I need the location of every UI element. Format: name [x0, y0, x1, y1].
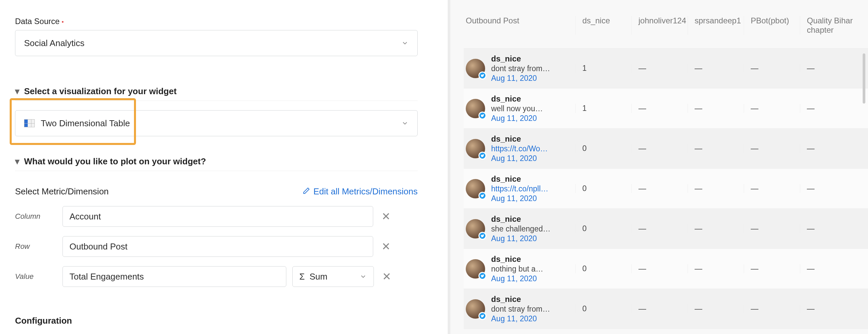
value-cell: — — [800, 224, 856, 233]
table-row[interactable]: ds_niceshe challenged…Aug 11, 20200———— — [464, 209, 868, 249]
post-cell: ds_niceshe challenged…Aug 11, 2020 — [464, 214, 575, 243]
value-cell: 1 — [575, 64, 631, 73]
post-account-name: ds_nice — [491, 174, 548, 184]
avatar[interactable] — [466, 59, 485, 78]
header-col-3[interactable]: sprsandeep1 — [688, 16, 744, 35]
remove-row-button[interactable]: ✕ — [379, 240, 393, 253]
table-row[interactable]: ds_nicewell now you…Aug 11, 20201———— — [464, 89, 868, 129]
post-body-preview: dont stray from… — [491, 305, 550, 313]
row-field-value: Outbound Post — [69, 241, 127, 252]
visualization-value: Two Dimensional Table — [41, 118, 130, 129]
post-account-name: ds_nice — [491, 214, 551, 224]
row-field-input[interactable]: Outbound Post — [62, 236, 373, 257]
post-texts: ds_nicenothing but a…Aug 11, 2020 — [491, 255, 543, 283]
value-cell: 1 — [575, 104, 631, 113]
plot-section-header[interactable]: ▾ What would you like to plot on your wi… — [15, 156, 417, 171]
post-body-preview: nothing but a… — [491, 265, 543, 273]
avatar[interactable] — [466, 99, 485, 118]
post-body-preview: well now you… — [491, 104, 543, 113]
column-field-input[interactable]: Account — [62, 206, 373, 227]
value-cell: — — [744, 224, 800, 233]
post-account-name: ds_nice — [491, 255, 543, 264]
value-cell: 0 — [575, 264, 631, 273]
post-date[interactable]: Aug 11, 2020 — [491, 74, 550, 83]
value-cell: — — [800, 264, 856, 273]
value-cell: — — [688, 144, 744, 153]
post-account-name: ds_nice — [491, 134, 548, 144]
value-cell: — — [631, 304, 688, 313]
column-field-label: Column — [15, 212, 57, 221]
value-field-value: Total Engagements — [69, 271, 144, 282]
value-cell: — — [744, 184, 800, 193]
twitter-badge-icon — [478, 232, 487, 240]
avatar[interactable] — [466, 259, 485, 278]
visualization-section-header[interactable]: ▾ Select a visualization for your widget — [15, 86, 417, 101]
value-cell: — — [631, 224, 688, 233]
preview-table-header: Outbound Post ds_nice johnoliver124 sprs… — [464, 0, 868, 48]
value-cell: — — [744, 104, 800, 113]
avatar[interactable] — [466, 139, 485, 158]
collapse-triangle-icon: ▾ — [15, 86, 20, 97]
aggregation-select[interactable]: Σ Sum — [292, 266, 374, 287]
value-cell: — — [744, 264, 800, 273]
post-cell: ds_nicedont stray from…Aug 11, 2020 — [464, 295, 575, 323]
header-col-1[interactable]: ds_nice — [575, 16, 631, 35]
remove-value-button[interactable]: ✕ — [380, 270, 393, 283]
post-date[interactable]: Aug 11, 2020 — [491, 154, 548, 163]
post-date[interactable]: Aug 11, 2020 — [491, 114, 543, 123]
header-outbound-post[interactable]: Outbound Post — [464, 16, 575, 35]
value-cell: — — [631, 104, 688, 113]
post-texts: ds_nicewell now you…Aug 11, 2020 — [491, 94, 543, 123]
table-row[interactable]: ds_nicedont stray from…Aug 11, 20201———— — [464, 48, 868, 89]
post-date[interactable]: Aug 11, 2020 — [491, 194, 548, 203]
value-cell: — — [631, 64, 688, 73]
post-texts: ds_nicehttps://t.co/npll…Aug 11, 2020 — [491, 174, 548, 203]
visualization-select[interactable]: Two Dimensional Table — [15, 110, 417, 136]
pencil-icon — [303, 187, 310, 197]
edit-all-metrics-label: Edit all Metrics/Dimensions — [313, 187, 417, 197]
chevron-down-icon — [401, 120, 409, 127]
post-texts: ds_nicehttps://t.co/Wo…Aug 11, 2020 — [491, 134, 548, 163]
value-cell: 0 — [575, 184, 631, 193]
table-row[interactable]: ds_nicehttps://t.co/npll…Aug 11, 20200——… — [464, 169, 868, 209]
post-account-name: ds_nice — [491, 94, 543, 104]
table-row[interactable]: ds_nicenothing but a…Aug 11, 20200———— — [464, 249, 868, 289]
table-row[interactable]: ds_nicehttps://t.co/Wo…Aug 11, 20200———— — [464, 129, 868, 169]
header-col-2[interactable]: johnoliver124 — [631, 16, 688, 35]
edit-all-metrics-link[interactable]: Edit all Metrics/Dimensions — [303, 187, 417, 197]
value-cell: — — [800, 184, 856, 193]
header-col-4[interactable]: PBot(pbot) — [744, 16, 800, 35]
twitter-badge-icon — [478, 152, 487, 160]
scrollbar-thumb[interactable] — [863, 54, 865, 104]
table-row[interactable]: ds_nicedont stray from…Aug 11, 20200———— — [464, 289, 868, 329]
remove-column-button[interactable]: ✕ — [379, 210, 393, 223]
value-field-input[interactable]: Total Engagements — [62, 266, 286, 287]
post-date[interactable]: Aug 11, 2020 — [491, 234, 551, 243]
value-cell: 0 — [575, 224, 631, 233]
value-cell: — — [800, 104, 856, 113]
sigma-icon: Σ — [299, 271, 305, 281]
data-source-select[interactable]: Social Analytics — [15, 30, 417, 56]
value-cell: — — [688, 224, 744, 233]
post-cell: ds_nicehttps://t.co/npll…Aug 11, 2020 — [464, 174, 575, 203]
post-texts: ds_nicedont stray from…Aug 11, 2020 — [491, 54, 550, 83]
post-date[interactable]: Aug 11, 2020 — [491, 314, 550, 323]
header-col-5[interactable]: Quality Bihar chapter — [800, 16, 856, 35]
avatar[interactable] — [466, 299, 485, 319]
chevron-down-icon — [360, 273, 367, 280]
avatar[interactable] — [466, 179, 485, 198]
twitter-badge-icon — [478, 111, 487, 120]
collapse-triangle-icon: ▾ — [15, 156, 20, 167]
twitter-badge-icon — [478, 272, 487, 280]
value-cell: — — [744, 64, 800, 73]
value-cell: — — [800, 304, 856, 313]
avatar[interactable] — [466, 219, 485, 238]
value-cell: — — [800, 64, 856, 73]
data-source-value: Social Analytics — [24, 38, 85, 48]
post-date[interactable]: Aug 11, 2020 — [491, 274, 543, 283]
post-cell: ds_nicenothing but a…Aug 11, 2020 — [464, 255, 575, 283]
value-cell: 0 — [575, 144, 631, 153]
value-cell: — — [688, 64, 744, 73]
row-field-label: Row — [15, 242, 57, 251]
twitter-badge-icon — [478, 312, 487, 320]
